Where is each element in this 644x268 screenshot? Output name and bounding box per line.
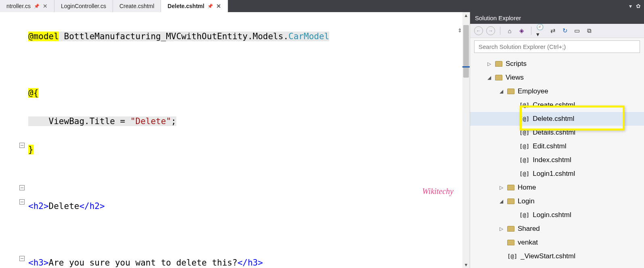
search-box — [470, 38, 644, 55]
tab-label: Delete.cshtml — [167, 3, 204, 9]
tab-create[interactable]: Create.cshtml — [113, 0, 161, 12]
scroll-up-icon[interactable]: ▲ — [462, 13, 470, 18]
home-icon[interactable]: ⌂ — [505, 26, 514, 35]
tree-item-details-cshtml[interactable]: [@]Details.cshtml — [470, 126, 644, 139]
tree-item-label: Login.cshtml — [533, 211, 571, 219]
fold-minus-icon[interactable]: − — [19, 256, 25, 261]
cshtml-file-icon: [@] — [519, 212, 529, 218]
back-icon[interactable]: ← — [474, 26, 483, 35]
tree-item-employee[interactable]: ◢Employee — [470, 84, 644, 98]
pin-icon[interactable]: 📌 — [34, 4, 40, 9]
tree-item-label: Views — [506, 74, 524, 82]
tree-item-delete-cshtml[interactable]: [@]Delete.cshtml — [470, 112, 644, 126]
expander-icon[interactable]: ▷ — [498, 226, 504, 232]
explorer-toolbar: ← → ⌂ ◈ 🕘▾ ⇄ ↻ ▭ ⧉ — [470, 24, 644, 38]
tree-item-create-cshtml[interactable]: [@]Create.cshtml — [470, 98, 644, 112]
cshtml-file-icon: [@] — [507, 253, 517, 260]
close-icon[interactable]: ✕ — [43, 3, 48, 9]
vertical-scrollbar[interactable]: ▲ ▼ — [462, 12, 470, 268]
collapse-icon[interactable]: ▭ — [573, 26, 581, 35]
fold-minus-icon[interactable]: − — [19, 143, 25, 148]
tree-item-label: Index.cshtml — [533, 156, 571, 164]
close-icon[interactable]: ✕ — [216, 3, 221, 9]
folder-icon — [507, 89, 514, 94]
tree-item-label: Delete.cshtml — [533, 115, 574, 123]
expander-icon[interactable]: ◢ — [498, 89, 504, 94]
forward-icon[interactable]: → — [486, 26, 495, 35]
scroll-thumb[interactable] — [463, 25, 469, 78]
swap-icon[interactable]: ⇄ — [548, 26, 557, 35]
tab-delete[interactable]: Delete.cshtml 📌 ✕ — [161, 0, 228, 12]
folder-icon — [507, 185, 514, 190]
tree-item-login[interactable]: ◢Login — [470, 194, 644, 208]
html-tag: <h3> — [28, 258, 49, 268]
cshtml-file-icon: [@] — [519, 171, 529, 177]
razor-block-open: @{ — [28, 88, 38, 98]
tree-item-label: Home — [518, 184, 536, 192]
tree-item-label: _ViewStart.cshtml — [521, 252, 575, 260]
solution-tree[interactable]: ▷Scripts◢Views◢Employee[@]Create.cshtml[… — [470, 55, 644, 268]
dropdown-icon[interactable]: ▾ — [629, 3, 632, 9]
tab-login-controller[interactable]: LoginController.cs — [54, 0, 113, 12]
tree-item-label: Shared — [518, 225, 540, 233]
namespace: BottleManufacturing_MVCwithOutEntity.Mod… — [59, 32, 289, 41]
sync-icon[interactable]: ◈ — [517, 26, 526, 35]
gutter: − − − − — [0, 12, 28, 268]
razor-block-close: } — [28, 145, 33, 154]
solution-explorer: Solution Explorer ← → ⌂ ◈ 🕘▾ ⇄ ↻ ▭ ⧉ ▷Sc… — [470, 12, 644, 268]
folder-icon — [495, 75, 502, 80]
tree-item-shared[interactable]: ▷Shared — [470, 222, 644, 236]
tree-item-edit-cshtml[interactable]: [@]Edit.cshtml — [470, 139, 644, 153]
string-literal: "Delete" — [130, 116, 171, 126]
tab-bar: ntroller.cs 📌 ✕ LoginController.cs Creat… — [0, 0, 644, 12]
panel-title: Solution Explorer — [470, 12, 644, 24]
folder-icon — [507, 226, 514, 232]
cshtml-file-icon: [@] — [519, 129, 529, 136]
expander-icon[interactable]: ▷ — [498, 185, 504, 190]
refresh-icon[interactable]: ↻ — [560, 26, 569, 35]
watermark: Wikitechy — [422, 187, 454, 196]
tree-item-login-cshtml[interactable]: [@]Login.cshtml — [470, 208, 644, 222]
code-text: ; — [171, 116, 176, 126]
tree-item-label: Create.cshtml — [533, 101, 575, 109]
tree-item-label: Scripts — [506, 60, 527, 68]
fold-minus-icon[interactable]: − — [19, 185, 25, 190]
html-tag: </h2> — [79, 201, 105, 211]
razor-keyword: @model — [28, 32, 59, 41]
folder-icon — [507, 240, 514, 245]
tree-item-home[interactable]: ▷Home — [470, 181, 644, 194]
tree-item-label: Login — [518, 197, 535, 205]
tree-item-login1-cshtml[interactable]: [@]Login1.cshtml — [470, 167, 644, 181]
expander-icon[interactable]: ◢ — [498, 198, 504, 204]
scroll-down-icon[interactable]: ▼ — [462, 262, 470, 267]
tree-item-label: Employee — [518, 87, 548, 95]
html-tag: <h2> — [28, 201, 49, 211]
show-all-icon[interactable]: ⧉ — [585, 26, 594, 35]
scroll-marker — [462, 66, 470, 68]
gear-icon[interactable]: ✿ — [636, 3, 641, 9]
search-input[interactable] — [474, 40, 640, 53]
tree-item--viewstart-cshtml[interactable]: [@]_ViewStart.cshtml — [470, 249, 644, 263]
expander-icon[interactable]: ◢ — [486, 75, 492, 80]
tree-item-views[interactable]: ◢Views — [470, 71, 644, 84]
fold-minus-icon[interactable]: − — [19, 199, 25, 205]
pin-icon[interactable]: 📌 — [207, 4, 213, 9]
history-icon[interactable]: 🕘▾ — [536, 26, 545, 35]
tab-label: LoginController.cs — [61, 3, 106, 9]
folder-icon — [495, 61, 502, 67]
tree-item-label: Login1.cshtml — [533, 170, 575, 178]
cshtml-file-icon: [@] — [519, 116, 529, 122]
tree-item-label: Edit.cshtml — [533, 142, 566, 150]
tree-item-venkat[interactable]: venkat — [470, 236, 644, 249]
html-text: Are you sure you want to delete this? — [49, 258, 238, 268]
tab-controller[interactable]: ntroller.cs 📌 ✕ — [0, 0, 54, 12]
tree-item-scripts[interactable]: ▷Scripts — [470, 57, 644, 71]
cshtml-file-icon: [@] — [519, 143, 529, 150]
code-editor[interactable]: − − − − @model BottleManufacturing_MVCwi… — [0, 12, 470, 268]
code-content[interactable]: @model BottleManufacturing_MVCwithOutEnt… — [28, 12, 462, 268]
cshtml-file-icon: [@] — [519, 102, 529, 108]
tree-item-index-cshtml[interactable]: [@]Index.cshtml — [470, 153, 644, 167]
code-text: ViewBag.Title = — [28, 116, 130, 126]
expander-icon[interactable]: ▷ — [486, 61, 492, 67]
tree-item-label: venkat — [518, 238, 538, 247]
